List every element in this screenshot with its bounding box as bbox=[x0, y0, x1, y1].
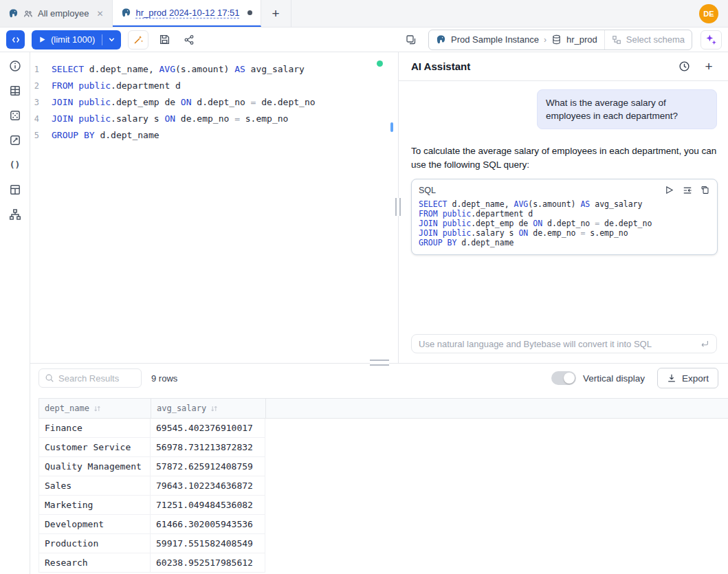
tab-hr-prod[interactable]: hr_prod 2024-10-12 17:51 bbox=[113, 0, 261, 27]
table-cell: 57872.625912408759 bbox=[151, 457, 265, 476]
save-icon bbox=[159, 34, 170, 45]
search-results-input[interactable] bbox=[58, 373, 135, 384]
tab-label: All employee bbox=[38, 8, 89, 19]
ai-toggle-button[interactable] bbox=[701, 30, 722, 49]
run-button-label: (limit 1000) bbox=[51, 34, 95, 45]
table-row[interactable]: Quality Management57872.625912408759 bbox=[38, 457, 728, 476]
left-icon-rail: () bbox=[0, 52, 30, 574]
new-tab-button[interactable]: + bbox=[261, 0, 291, 27]
breadcrumb-separator: › bbox=[544, 35, 547, 45]
code-line: JOIN public.dept_emp de ON d.dept_no = d… bbox=[419, 219, 712, 228]
search-icon bbox=[45, 373, 54, 383]
share-icon bbox=[184, 34, 195, 45]
ai-assistant-header: AI Assistant + bbox=[399, 52, 728, 81]
views-icon[interactable] bbox=[8, 183, 21, 196]
postgres-icon bbox=[436, 34, 446, 45]
table-cell: 79643.102234636872 bbox=[151, 476, 265, 496]
run-query-button[interactable]: (limit 1000) bbox=[32, 30, 121, 49]
schema-placeholder: Select schema bbox=[626, 34, 685, 45]
code-line: 5GROUP BY d.dept_name bbox=[30, 127, 398, 144]
row-count: 9 rows bbox=[151, 373, 177, 384]
instance-name: Prod Sample Instance bbox=[451, 34, 539, 45]
format-wand-button[interactable] bbox=[128, 30, 148, 49]
column-header[interactable]: dept_name bbox=[39, 399, 151, 418]
overlap-squares-icon bbox=[406, 34, 417, 45]
share-button[interactable] bbox=[180, 31, 198, 49]
edit-box-icon[interactable] bbox=[8, 133, 21, 146]
grid-header-row: dept_nameavg_salary bbox=[38, 398, 728, 419]
code-line: 4JOIN public.salary s ON de.emp_no = s.e… bbox=[30, 111, 398, 127]
table-cell: 61466.302005943536 bbox=[151, 515, 265, 534]
table-cell: Quality Management bbox=[38, 457, 151, 476]
er-diagram-icon[interactable] bbox=[8, 208, 21, 221]
history-clock-icon[interactable] bbox=[677, 60, 691, 74]
column-header[interactable]: avg_salary bbox=[151, 399, 266, 418]
panel-resize-handle-horizontal[interactable] bbox=[370, 360, 389, 366]
batch-mode-button[interactable] bbox=[402, 31, 420, 49]
table-row[interactable]: Research60238.952517985612 bbox=[38, 553, 728, 573]
sql-editor[interactable]: 1SELECT d.dept_name, AVG(s.amount) AS av… bbox=[30, 52, 398, 363]
ai-input-row bbox=[399, 327, 728, 363]
user-message: What is the average salary of employees … bbox=[537, 89, 717, 129]
code-line: GROUP BY d.dept_name bbox=[419, 238, 712, 247]
table-row[interactable]: Finance69545.402376910017 bbox=[38, 419, 728, 438]
sql-editor-logo-button[interactable] bbox=[6, 30, 25, 49]
table-cell: Finance bbox=[38, 419, 151, 438]
insert-sql-icon[interactable] bbox=[682, 185, 692, 195]
editor-code[interactable]: 1SELECT d.dept_name, AVG(s.amount) AS av… bbox=[30, 52, 398, 144]
unsaved-indicator bbox=[247, 10, 252, 15]
grid-body: Finance69545.402376910017Customer Servic… bbox=[38, 419, 728, 573]
tab-all-employee[interactable]: All employee ✕ bbox=[0, 0, 113, 27]
ai-response-text: To calculate the average salary of emplo… bbox=[411, 144, 719, 172]
table-icon[interactable] bbox=[8, 84, 21, 97]
panel-resize-handle-vertical[interactable] bbox=[395, 198, 401, 216]
sparkles-icon bbox=[705, 34, 717, 45]
instance-selector[interactable]: Prod Sample Instance › hr_prod bbox=[429, 30, 604, 49]
sql-suggestion-box: SQL SELECT d.dept_name, AVG(s.amount) AS… bbox=[411, 179, 718, 255]
chevron-down-icon[interactable] bbox=[102, 36, 121, 43]
table-cell: Production bbox=[38, 534, 151, 553]
schema-selector[interactable]: Select schema bbox=[604, 30, 692, 49]
line-number: 4 bbox=[30, 111, 52, 127]
sort-icon[interactable] bbox=[210, 405, 218, 412]
info-icon[interactable] bbox=[8, 59, 21, 72]
table-cell: 69545.402376910017 bbox=[151, 419, 265, 438]
schema-icon bbox=[612, 35, 621, 45]
functions-icon[interactable]: () bbox=[8, 158, 21, 171]
copy-sql-icon[interactable] bbox=[700, 185, 710, 195]
ai-assistant-panel: AI Assistant + What is the average salar… bbox=[398, 52, 728, 363]
table-row[interactable]: Customer Service56978.731213872832 bbox=[38, 438, 728, 457]
vertical-display-toggle[interactable] bbox=[551, 371, 576, 385]
code-line: 2FROM public.department d bbox=[30, 78, 398, 94]
table-row[interactable]: Development61466.302005943536 bbox=[38, 515, 728, 534]
search-results-box bbox=[38, 368, 142, 388]
table-cell: Development bbox=[38, 515, 151, 534]
user-avatar[interactable]: DE bbox=[699, 4, 718, 23]
table-cell: 71251.049484536082 bbox=[151, 496, 265, 515]
table-row[interactable]: Marketing71251.049484536082 bbox=[38, 496, 728, 515]
close-tab-icon[interactable]: ✕ bbox=[96, 9, 103, 19]
wand-icon bbox=[133, 34, 144, 45]
dice-icon[interactable] bbox=[8, 109, 21, 122]
results-grid: dept_nameavg_salary Finance69545.4023769… bbox=[38, 398, 728, 573]
line-number: 1 bbox=[30, 61, 52, 78]
table-row[interactable]: Sales79643.102234636872 bbox=[38, 476, 728, 496]
line-number: 2 bbox=[30, 78, 52, 94]
ai-prompt-input[interactable] bbox=[419, 339, 694, 349]
tab-label: hr_prod 2024-10-12 17:51 bbox=[136, 8, 240, 18]
editor-scrollbar-thumb[interactable] bbox=[390, 122, 393, 132]
line-number: 5 bbox=[30, 127, 52, 144]
toggle-knob bbox=[564, 373, 575, 384]
postgres-icon bbox=[8, 8, 19, 19]
code-icon bbox=[11, 35, 21, 45]
export-button[interactable]: Export bbox=[657, 368, 718, 388]
sort-icon[interactable] bbox=[93, 405, 101, 412]
new-chat-icon[interactable]: + bbox=[702, 60, 716, 74]
vertical-display-label: Vertical display bbox=[583, 373, 645, 384]
run-sql-icon[interactable] bbox=[664, 185, 674, 195]
postgres-icon bbox=[121, 8, 131, 18]
table-row[interactable]: Production59917.551582408549 bbox=[38, 534, 728, 553]
code-line: 1SELECT d.dept_name, AVG(s.amount) AS av… bbox=[30, 61, 398, 78]
employees-icon bbox=[23, 9, 33, 19]
save-button[interactable] bbox=[155, 31, 173, 49]
